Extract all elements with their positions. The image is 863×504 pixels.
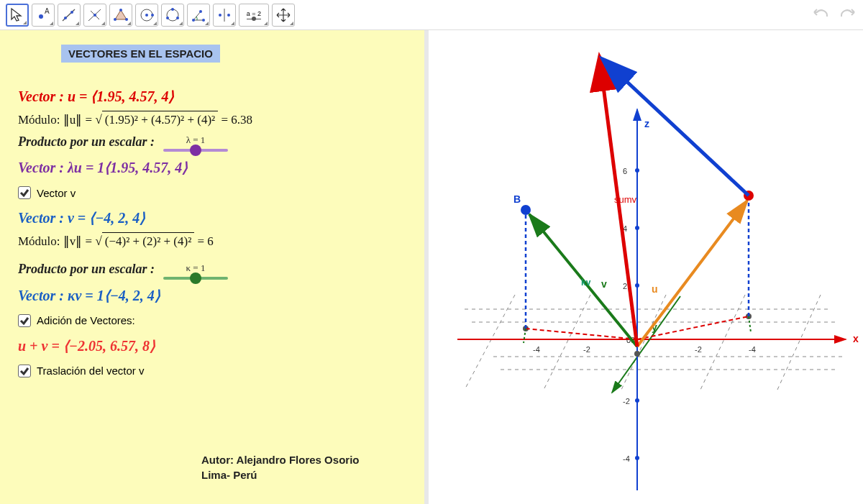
main-area: VECTORES EN EL ESPACIO Vector : u = ⟨1.9… xyxy=(0,30,863,504)
checkbox-addition[interactable] xyxy=(18,314,31,327)
tool-move-view[interactable] xyxy=(272,4,295,27)
toolbar: A a = 2 xyxy=(0,0,863,30)
checkbox-vector-v-row: Vector v xyxy=(18,186,406,199)
svg-point-4 xyxy=(70,11,73,14)
svg-point-24 xyxy=(227,14,230,17)
graphics-3d-view[interactable]: x y z -4 -2 2 4 6 -4 xyxy=(424,30,863,504)
modulo-v: Módulo: ‖v‖ = √(−4)² + (2)² + (4)² = 6 xyxy=(18,234,406,249)
scalar-product-u-row: Producto por un escalar : λ = 1 xyxy=(18,134,406,152)
svg-point-11 xyxy=(114,18,117,21)
svg-text:-4: -4 xyxy=(533,345,540,354)
y-axis xyxy=(612,296,680,393)
checkbox-translation[interactable] xyxy=(18,365,31,377)
svg-point-16 xyxy=(171,8,174,11)
svg-point-47 xyxy=(635,456,639,460)
svg-point-10 xyxy=(125,18,128,21)
svg-text:B: B xyxy=(513,193,521,205)
tool-line[interactable] xyxy=(58,4,81,27)
svg-text:2: 2 xyxy=(623,282,627,290)
kappa-slider[interactable]: κ = 1 xyxy=(163,262,228,280)
svg-point-13 xyxy=(145,14,148,17)
svg-point-46 xyxy=(635,398,639,403)
author-credit: Autor: Alejandro Flores Osorio Lima- Per… xyxy=(201,452,359,482)
svg-text:v: v xyxy=(601,278,607,290)
vector-u-def: Vector : u = ⟨1.95, 4.57, 4⟩ xyxy=(18,88,406,105)
vector-sum-def: u + v = ⟨−2.05, 6.57, 8⟩ xyxy=(18,337,406,354)
svg-text:A: A xyxy=(45,7,50,15)
tool-arrow[interactable] xyxy=(6,4,29,27)
panel-title: VECTORES EN EL ESPACIO xyxy=(61,45,220,63)
svg-point-44 xyxy=(635,226,639,230)
svg-point-9 xyxy=(119,9,122,12)
svg-point-14 xyxy=(151,14,154,17)
svg-point-17 xyxy=(166,17,169,19)
svg-text:u: u xyxy=(652,283,658,295)
checkbox-translation-row: Traslación del vector v xyxy=(18,365,406,377)
svg-text:6: 6 xyxy=(623,167,627,175)
svg-point-23 xyxy=(219,14,222,17)
svg-line-33 xyxy=(700,295,745,390)
algebra-panel: VECTORES EN EL ESPACIO Vector : u = ⟨1.9… xyxy=(0,30,424,504)
tool-reflect[interactable] xyxy=(213,4,236,27)
svg-point-3 xyxy=(64,17,67,19)
svg-text:-4: -4 xyxy=(623,454,630,463)
scalar-product-v-row: Producto por un escalar : κ = 1 xyxy=(18,262,406,279)
svg-text:-2: -2 xyxy=(623,397,630,406)
vector-u[interactable] xyxy=(637,201,747,347)
vector-kappa-v-def: Vector : κv = 1⟨−4, 2, 4⟩ xyxy=(18,287,406,304)
origin-point xyxy=(634,351,640,357)
svg-text:z: z xyxy=(644,118,649,129)
svg-line-2 xyxy=(63,9,75,21)
checkbox-vector-v[interactable] xyxy=(18,186,31,199)
svg-text:-4: -4 xyxy=(749,345,756,354)
lambda-slider[interactable]: λ = 1 xyxy=(163,134,228,152)
svg-text:x: x xyxy=(853,333,859,344)
svg-text:sumv: sumv xyxy=(614,194,637,205)
proj-v-plane xyxy=(526,329,637,339)
svg-point-0 xyxy=(39,14,43,19)
svg-point-43 xyxy=(635,283,639,288)
tool-angle[interactable] xyxy=(187,4,210,27)
tool-perpendicular[interactable] xyxy=(83,4,106,27)
undo-button[interactable] xyxy=(811,6,831,24)
svg-point-7 xyxy=(93,14,96,17)
xy-grid xyxy=(465,295,846,390)
svg-point-45 xyxy=(635,168,639,173)
tool-slider[interactable]: a = 2 xyxy=(239,4,269,27)
point-B[interactable] xyxy=(521,205,531,215)
tool-point[interactable]: A xyxy=(32,4,55,27)
svg-text:-2: -2 xyxy=(583,345,590,354)
checkbox-addition-row: Adición de Vectores: xyxy=(18,314,406,327)
svg-point-21 xyxy=(199,10,202,13)
svg-point-18 xyxy=(176,17,179,19)
tool-circle-3pt[interactable] xyxy=(161,4,184,27)
vector-lambda-u-def: Vector : λu = 1⟨1.95, 4.57, 4⟩ xyxy=(18,159,406,176)
modulo-u: Módulo: ‖u‖ = √(1.95)² + (4.57)² + (4)² … xyxy=(18,112,406,127)
svg-text:kv: kv xyxy=(581,278,591,288)
tool-circle-center[interactable] xyxy=(135,4,158,27)
vector-v-def: Vector : v = ⟨−4, 2, 4⟩ xyxy=(18,209,406,226)
redo-button[interactable] xyxy=(837,6,857,24)
svg-point-15 xyxy=(167,9,178,21)
svg-point-19 xyxy=(192,19,195,22)
svg-text:-2: -2 xyxy=(695,345,702,354)
tool-polygon[interactable] xyxy=(109,4,132,27)
